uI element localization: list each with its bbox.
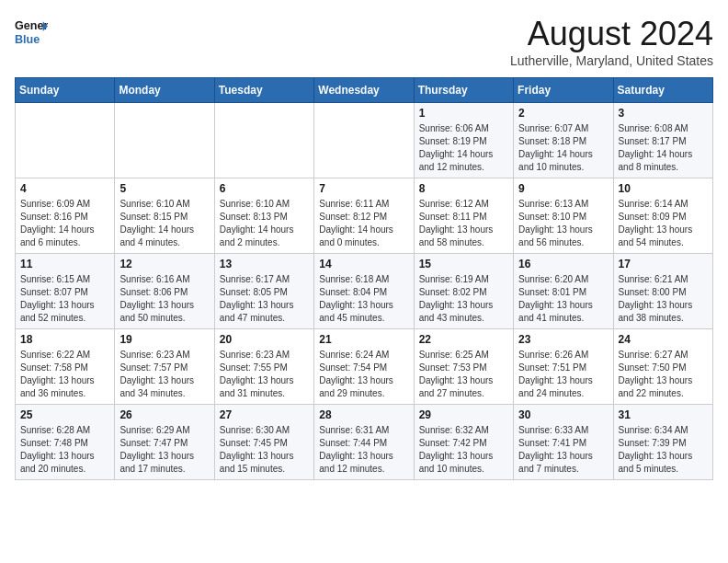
weekday-header-saturday: Saturday [613, 78, 712, 103]
day-info: Sunrise: 6:10 AM Sunset: 8:13 PM Dayligh… [220, 198, 309, 249]
weekday-header-thursday: Thursday [414, 78, 513, 103]
weekday-header-friday: Friday [514, 78, 613, 103]
calendar-cell: 12Sunrise: 6:16 AM Sunset: 8:06 PM Dayli… [115, 254, 214, 329]
day-number: 15 [419, 258, 508, 270]
day-info: Sunrise: 6:17 AM Sunset: 8:05 PM Dayligh… [220, 273, 309, 325]
day-info: Sunrise: 6:10 AM Sunset: 8:15 PM Dayligh… [119, 198, 209, 249]
calendar-cell: 7Sunrise: 6:11 AM Sunset: 8:12 PM Daylig… [314, 178, 414, 254]
calendar-body: 1Sunrise: 6:06 AM Sunset: 8:19 PM Daylig… [16, 103, 713, 480]
calendar-cell: 28Sunrise: 6:31 AM Sunset: 7:44 PM Dayli… [314, 405, 414, 480]
weekday-header-monday: Monday [115, 78, 214, 103]
day-info: Sunrise: 6:11 AM Sunset: 8:12 PM Dayligh… [319, 198, 408, 249]
calendar-cell: 18Sunrise: 6:22 AM Sunset: 7:58 PM Dayli… [16, 329, 115, 405]
day-info: Sunrise: 6:15 AM Sunset: 8:07 PM Dayligh… [20, 273, 109, 325]
calendar-cell: 27Sunrise: 6:30 AM Sunset: 7:45 PM Dayli… [214, 405, 313, 480]
day-info: Sunrise: 6:06 AM Sunset: 8:19 PM Dayligh… [419, 122, 508, 174]
day-info: Sunrise: 6:32 AM Sunset: 7:42 PM Dayligh… [419, 424, 508, 476]
day-number: 26 [119, 408, 209, 421]
calendar-cell: 23Sunrise: 6:26 AM Sunset: 7:51 PM Dayli… [514, 329, 613, 405]
day-info: Sunrise: 6:34 AM Sunset: 7:39 PM Dayligh… [619, 424, 708, 476]
calendar-cell: 20Sunrise: 6:23 AM Sunset: 7:55 PM Dayli… [214, 329, 313, 405]
calendar-cell: 11Sunrise: 6:15 AM Sunset: 8:07 PM Dayli… [16, 254, 115, 329]
calendar-cell: 9Sunrise: 6:13 AM Sunset: 8:10 PM Daylig… [514, 178, 613, 254]
day-number: 30 [518, 408, 608, 421]
weekday-header-wednesday: Wednesday [314, 78, 414, 103]
day-number: 6 [220, 182, 309, 195]
day-info: Sunrise: 6:19 AM Sunset: 8:02 PM Dayligh… [419, 273, 508, 325]
week-row-4: 18Sunrise: 6:22 AM Sunset: 7:58 PM Dayli… [16, 329, 713, 405]
day-number: 9 [518, 182, 608, 195]
calendar-cell: 4Sunrise: 6:09 AM Sunset: 8:16 PM Daylig… [16, 178, 115, 254]
day-number: 20 [220, 333, 309, 346]
day-info: Sunrise: 6:14 AM Sunset: 8:09 PM Dayligh… [619, 198, 708, 249]
calendar-cell: 2Sunrise: 6:07 AM Sunset: 8:18 PM Daylig… [514, 103, 613, 178]
day-info: Sunrise: 6:23 AM Sunset: 7:57 PM Dayligh… [119, 349, 209, 400]
day-info: Sunrise: 6:31 AM Sunset: 7:44 PM Dayligh… [319, 424, 408, 476]
day-info: Sunrise: 6:09 AM Sunset: 8:16 PM Dayligh… [20, 198, 109, 249]
calendar-cell: 14Sunrise: 6:18 AM Sunset: 8:04 PM Dayli… [314, 254, 414, 329]
calendar-cell: 15Sunrise: 6:19 AM Sunset: 8:02 PM Dayli… [414, 254, 513, 329]
day-number: 25 [20, 408, 109, 421]
day-number: 23 [518, 333, 608, 346]
day-info: Sunrise: 6:16 AM Sunset: 8:06 PM Dayligh… [119, 273, 209, 325]
calendar-cell [115, 103, 214, 178]
day-info: Sunrise: 6:29 AM Sunset: 7:47 PM Dayligh… [119, 424, 209, 476]
day-number: 31 [619, 408, 708, 421]
calendar-cell: 29Sunrise: 6:32 AM Sunset: 7:42 PM Dayli… [414, 405, 513, 480]
week-row-2: 4Sunrise: 6:09 AM Sunset: 8:16 PM Daylig… [16, 178, 713, 254]
day-number: 18 [20, 333, 109, 346]
calendar-cell: 31Sunrise: 6:34 AM Sunset: 7:39 PM Dayli… [613, 405, 712, 480]
location: Lutherville, Maryland, United States [510, 53, 713, 68]
day-number: 11 [20, 258, 109, 270]
calendar-cell: 24Sunrise: 6:27 AM Sunset: 7:50 PM Dayli… [613, 329, 712, 405]
calendar-cell: 25Sunrise: 6:28 AM Sunset: 7:48 PM Dayli… [16, 405, 115, 480]
day-number: 10 [619, 182, 708, 195]
logo-icon: General Blue [15, 15, 48, 48]
day-number: 12 [119, 258, 209, 270]
calendar-cell: 17Sunrise: 6:21 AM Sunset: 8:00 PM Dayli… [613, 254, 712, 329]
day-info: Sunrise: 6:33 AM Sunset: 7:41 PM Dayligh… [518, 424, 608, 476]
calendar-cell: 13Sunrise: 6:17 AM Sunset: 8:05 PM Dayli… [214, 254, 313, 329]
day-info: Sunrise: 6:07 AM Sunset: 8:18 PM Dayligh… [518, 122, 608, 174]
day-info: Sunrise: 6:30 AM Sunset: 7:45 PM Dayligh… [220, 424, 309, 476]
calendar-cell: 19Sunrise: 6:23 AM Sunset: 7:57 PM Dayli… [115, 329, 214, 405]
calendar-cell [314, 103, 414, 178]
day-number: 17 [619, 258, 708, 270]
day-number: 8 [419, 182, 508, 195]
calendar-cell: 5Sunrise: 6:10 AM Sunset: 8:15 PM Daylig… [115, 178, 214, 254]
day-number: 22 [419, 333, 508, 346]
calendar-cell: 16Sunrise: 6:20 AM Sunset: 8:01 PM Dayli… [514, 254, 613, 329]
weekday-header-row: SundayMondayTuesdayWednesdayThursdayFrid… [16, 78, 713, 103]
week-row-1: 1Sunrise: 6:06 AM Sunset: 8:19 PM Daylig… [16, 103, 713, 178]
month-title: August 2024 [510, 15, 713, 53]
week-row-5: 25Sunrise: 6:28 AM Sunset: 7:48 PM Dayli… [16, 405, 713, 480]
day-number: 16 [518, 258, 608, 270]
day-number: 28 [319, 408, 408, 421]
day-number: 3 [619, 107, 708, 120]
weekday-header-tuesday: Tuesday [214, 78, 313, 103]
calendar-cell [214, 103, 313, 178]
day-info: Sunrise: 6:23 AM Sunset: 7:55 PM Dayligh… [220, 349, 309, 400]
calendar-cell: 3Sunrise: 6:08 AM Sunset: 8:17 PM Daylig… [613, 103, 712, 178]
day-number: 4 [20, 182, 109, 195]
day-info: Sunrise: 6:28 AM Sunset: 7:48 PM Dayligh… [20, 424, 109, 476]
day-number: 2 [518, 107, 608, 120]
weekday-header-sunday: Sunday [16, 78, 115, 103]
day-number: 1 [419, 107, 508, 120]
day-number: 29 [419, 408, 508, 421]
day-info: Sunrise: 6:26 AM Sunset: 7:51 PM Dayligh… [518, 349, 608, 400]
calendar-header: SundayMondayTuesdayWednesdayThursdayFrid… [16, 78, 713, 103]
calendar-cell: 6Sunrise: 6:10 AM Sunset: 8:13 PM Daylig… [214, 178, 313, 254]
calendar-cell: 8Sunrise: 6:12 AM Sunset: 8:11 PM Daylig… [414, 178, 513, 254]
day-info: Sunrise: 6:27 AM Sunset: 7:50 PM Dayligh… [619, 349, 708, 400]
logo: General Blue [15, 15, 48, 48]
calendar-table: SundayMondayTuesdayWednesdayThursdayFrid… [15, 77, 713, 480]
day-number: 19 [119, 333, 209, 346]
calendar-cell [16, 103, 115, 178]
day-info: Sunrise: 6:24 AM Sunset: 7:54 PM Dayligh… [319, 349, 408, 400]
day-number: 7 [319, 182, 408, 195]
title-block: August 2024 Lutherville, Maryland, Unite… [510, 15, 713, 68]
week-row-3: 11Sunrise: 6:15 AM Sunset: 8:07 PM Dayli… [16, 254, 713, 329]
day-number: 24 [619, 333, 708, 346]
day-number: 27 [220, 408, 309, 421]
